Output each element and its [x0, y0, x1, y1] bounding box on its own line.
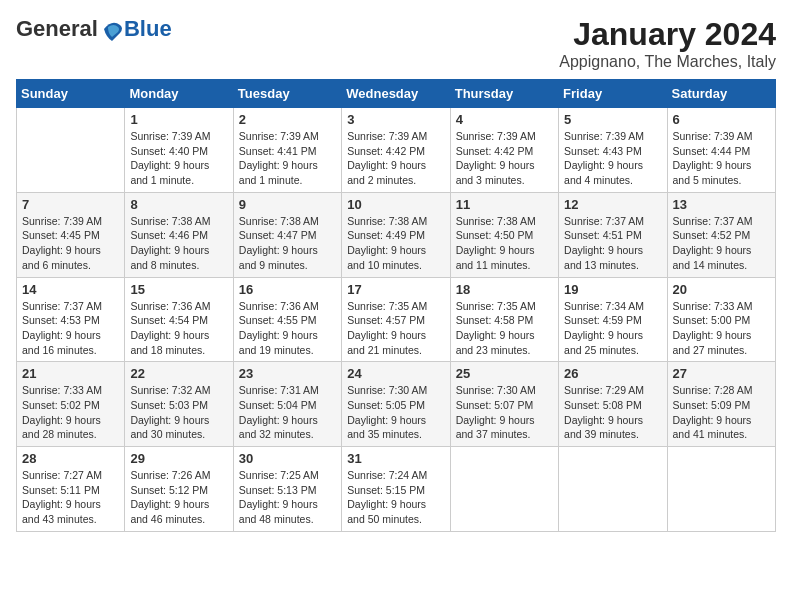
day-number: 5 [564, 112, 661, 127]
day-number: 17 [347, 282, 444, 297]
day-number: 28 [22, 451, 119, 466]
day-info: Sunrise: 7:27 AM Sunset: 5:11 PM Dayligh… [22, 468, 119, 527]
day-info: Sunrise: 7:38 AM Sunset: 4:46 PM Dayligh… [130, 214, 227, 273]
calendar-day-header: Thursday [450, 80, 558, 108]
day-info: Sunrise: 7:31 AM Sunset: 5:04 PM Dayligh… [239, 383, 336, 442]
day-info: Sunrise: 7:34 AM Sunset: 4:59 PM Dayligh… [564, 299, 661, 358]
calendar-cell: 16Sunrise: 7:36 AM Sunset: 4:55 PM Dayli… [233, 277, 341, 362]
day-info: Sunrise: 7:35 AM Sunset: 4:58 PM Dayligh… [456, 299, 553, 358]
logo: General Blue [16, 16, 172, 42]
day-info: Sunrise: 7:39 AM Sunset: 4:41 PM Dayligh… [239, 129, 336, 188]
calendar-table: SundayMondayTuesdayWednesdayThursdayFrid… [16, 79, 776, 532]
calendar-cell: 22Sunrise: 7:32 AM Sunset: 5:03 PM Dayli… [125, 362, 233, 447]
day-number: 29 [130, 451, 227, 466]
day-info: Sunrise: 7:30 AM Sunset: 5:07 PM Dayligh… [456, 383, 553, 442]
day-info: Sunrise: 7:38 AM Sunset: 4:49 PM Dayligh… [347, 214, 444, 273]
day-number: 23 [239, 366, 336, 381]
day-number: 13 [673, 197, 770, 212]
day-info: Sunrise: 7:33 AM Sunset: 5:00 PM Dayligh… [673, 299, 770, 358]
calendar-header-row: SundayMondayTuesdayWednesdayThursdayFrid… [17, 80, 776, 108]
day-info: Sunrise: 7:24 AM Sunset: 5:15 PM Dayligh… [347, 468, 444, 527]
day-number: 7 [22, 197, 119, 212]
day-number: 9 [239, 197, 336, 212]
calendar-day-header: Wednesday [342, 80, 450, 108]
day-info: Sunrise: 7:36 AM Sunset: 4:54 PM Dayligh… [130, 299, 227, 358]
calendar-cell: 23Sunrise: 7:31 AM Sunset: 5:04 PM Dayli… [233, 362, 341, 447]
calendar-cell: 26Sunrise: 7:29 AM Sunset: 5:08 PM Dayli… [559, 362, 667, 447]
logo-blue-text: Blue [124, 16, 172, 42]
day-number: 19 [564, 282, 661, 297]
day-number: 21 [22, 366, 119, 381]
calendar-cell: 31Sunrise: 7:24 AM Sunset: 5:15 PM Dayli… [342, 447, 450, 532]
day-info: Sunrise: 7:33 AM Sunset: 5:02 PM Dayligh… [22, 383, 119, 442]
day-number: 30 [239, 451, 336, 466]
calendar-cell [450, 447, 558, 532]
calendar-cell: 28Sunrise: 7:27 AM Sunset: 5:11 PM Dayli… [17, 447, 125, 532]
day-number: 1 [130, 112, 227, 127]
day-info: Sunrise: 7:36 AM Sunset: 4:55 PM Dayligh… [239, 299, 336, 358]
day-number: 22 [130, 366, 227, 381]
day-info: Sunrise: 7:39 AM Sunset: 4:45 PM Dayligh… [22, 214, 119, 273]
day-number: 20 [673, 282, 770, 297]
day-number: 3 [347, 112, 444, 127]
day-info: Sunrise: 7:25 AM Sunset: 5:13 PM Dayligh… [239, 468, 336, 527]
logo-icon [100, 17, 124, 41]
day-info: Sunrise: 7:38 AM Sunset: 4:50 PM Dayligh… [456, 214, 553, 273]
calendar-week-row: 21Sunrise: 7:33 AM Sunset: 5:02 PM Dayli… [17, 362, 776, 447]
calendar-cell: 2Sunrise: 7:39 AM Sunset: 4:41 PM Daylig… [233, 108, 341, 193]
day-number: 18 [456, 282, 553, 297]
day-info: Sunrise: 7:39 AM Sunset: 4:42 PM Dayligh… [456, 129, 553, 188]
day-info: Sunrise: 7:38 AM Sunset: 4:47 PM Dayligh… [239, 214, 336, 273]
calendar-cell: 14Sunrise: 7:37 AM Sunset: 4:53 PM Dayli… [17, 277, 125, 362]
calendar-day-header: Sunday [17, 80, 125, 108]
calendar-week-row: 7Sunrise: 7:39 AM Sunset: 4:45 PM Daylig… [17, 192, 776, 277]
day-info: Sunrise: 7:35 AM Sunset: 4:57 PM Dayligh… [347, 299, 444, 358]
calendar-cell [667, 447, 775, 532]
day-number: 25 [456, 366, 553, 381]
calendar-day-header: Saturday [667, 80, 775, 108]
calendar-cell: 21Sunrise: 7:33 AM Sunset: 5:02 PM Dayli… [17, 362, 125, 447]
day-number: 15 [130, 282, 227, 297]
day-info: Sunrise: 7:39 AM Sunset: 4:44 PM Dayligh… [673, 129, 770, 188]
day-number: 14 [22, 282, 119, 297]
calendar-cell: 18Sunrise: 7:35 AM Sunset: 4:58 PM Dayli… [450, 277, 558, 362]
calendar-cell: 27Sunrise: 7:28 AM Sunset: 5:09 PM Dayli… [667, 362, 775, 447]
day-number: 11 [456, 197, 553, 212]
day-number: 27 [673, 366, 770, 381]
calendar-cell: 17Sunrise: 7:35 AM Sunset: 4:57 PM Dayli… [342, 277, 450, 362]
calendar-cell: 29Sunrise: 7:26 AM Sunset: 5:12 PM Dayli… [125, 447, 233, 532]
calendar-cell [559, 447, 667, 532]
day-info: Sunrise: 7:26 AM Sunset: 5:12 PM Dayligh… [130, 468, 227, 527]
day-number: 10 [347, 197, 444, 212]
day-info: Sunrise: 7:30 AM Sunset: 5:05 PM Dayligh… [347, 383, 444, 442]
calendar-cell: 30Sunrise: 7:25 AM Sunset: 5:13 PM Dayli… [233, 447, 341, 532]
day-info: Sunrise: 7:37 AM Sunset: 4:53 PM Dayligh… [22, 299, 119, 358]
calendar-week-row: 28Sunrise: 7:27 AM Sunset: 5:11 PM Dayli… [17, 447, 776, 532]
calendar-title: January 2024 [559, 16, 776, 53]
calendar-subtitle: Appignano, The Marches, Italy [559, 53, 776, 71]
day-info: Sunrise: 7:29 AM Sunset: 5:08 PM Dayligh… [564, 383, 661, 442]
calendar-cell: 13Sunrise: 7:37 AM Sunset: 4:52 PM Dayli… [667, 192, 775, 277]
day-number: 12 [564, 197, 661, 212]
calendar-week-row: 14Sunrise: 7:37 AM Sunset: 4:53 PM Dayli… [17, 277, 776, 362]
calendar-cell: 15Sunrise: 7:36 AM Sunset: 4:54 PM Dayli… [125, 277, 233, 362]
day-info: Sunrise: 7:39 AM Sunset: 4:40 PM Dayligh… [130, 129, 227, 188]
day-number: 24 [347, 366, 444, 381]
calendar-cell: 25Sunrise: 7:30 AM Sunset: 5:07 PM Dayli… [450, 362, 558, 447]
calendar-cell: 5Sunrise: 7:39 AM Sunset: 4:43 PM Daylig… [559, 108, 667, 193]
calendar-cell: 20Sunrise: 7:33 AM Sunset: 5:00 PM Dayli… [667, 277, 775, 362]
day-number: 16 [239, 282, 336, 297]
title-block: January 2024 Appignano, The Marches, Ita… [559, 16, 776, 71]
day-number: 26 [564, 366, 661, 381]
day-number: 6 [673, 112, 770, 127]
logo-general-text: General [16, 16, 98, 42]
page-header: General Blue January 2024 Appignano, The… [16, 16, 776, 71]
calendar-cell: 8Sunrise: 7:38 AM Sunset: 4:46 PM Daylig… [125, 192, 233, 277]
calendar-cell: 12Sunrise: 7:37 AM Sunset: 4:51 PM Dayli… [559, 192, 667, 277]
calendar-cell: 9Sunrise: 7:38 AM Sunset: 4:47 PM Daylig… [233, 192, 341, 277]
day-number: 4 [456, 112, 553, 127]
calendar-cell [17, 108, 125, 193]
day-info: Sunrise: 7:28 AM Sunset: 5:09 PM Dayligh… [673, 383, 770, 442]
day-info: Sunrise: 7:39 AM Sunset: 4:42 PM Dayligh… [347, 129, 444, 188]
day-info: Sunrise: 7:37 AM Sunset: 4:51 PM Dayligh… [564, 214, 661, 273]
